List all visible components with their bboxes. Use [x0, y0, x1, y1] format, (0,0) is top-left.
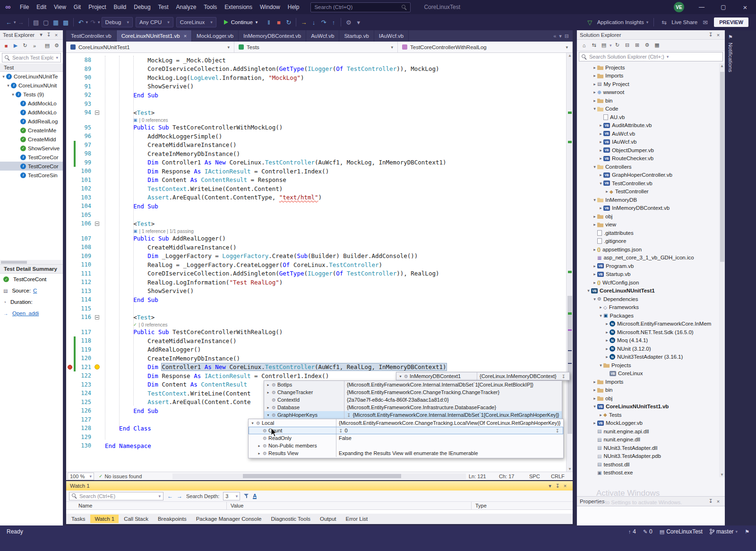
user-avatar[interactable]: VE	[674, 2, 684, 12]
editor-tab[interactable]: AuWcf.vb	[306, 30, 339, 42]
expander-icon[interactable]: ▾	[598, 363, 603, 368]
expander-icon[interactable]: ▸	[598, 413, 603, 417]
chevron-icon[interactable]: ▾	[398, 374, 403, 379]
lightbulb-icon[interactable]	[94, 364, 100, 370]
editor-hscrollbar[interactable]	[172, 474, 466, 479]
tree-item[interactable]: ▣testhost.exe	[577, 469, 719, 477]
tree-item[interactable]: ▸Imports	[577, 378, 719, 386]
tree-item[interactable]: ▾VBCoreLinuxNUnitTest1	[577, 287, 719, 295]
code-line[interactable]: 121 Dim Controller1 As New CoreLinux.Tes…	[66, 363, 573, 372]
code-line[interactable]: 103 Assert.AreEqual(Content.ContentType,…	[66, 193, 573, 202]
codelens-indicator[interactable]: ✓| 0 references	[66, 322, 573, 328]
datatip-member-row[interactable]: ▾⚙Local{Microsoft.EntityFrameworkCore.Ch…	[249, 419, 563, 427]
code-line[interactable]: 101 Dim Content As ContentResult = Respo…	[66, 176, 573, 185]
code-line[interactable]: 88 MockLog = _Mock.Object	[66, 56, 573, 65]
code-line[interactable]: 120 CreateInMemoryDbInstance()	[66, 354, 573, 363]
expander-icon[interactable]: ▾	[598, 313, 603, 318]
breadcrumb-segment[interactable]: Tests▾	[234, 42, 398, 52]
expander-icon[interactable]: ▸	[592, 387, 597, 392]
bottom-tab-watch-1[interactable]: Watch 1	[90, 515, 119, 523]
solution-explorer-vscrollbar[interactable]: ▲▼	[719, 63, 725, 477]
test-tree-item[interactable]: iAddRealLog	[0, 117, 63, 126]
test-tree-item[interactable]: ✓ShowServive	[0, 144, 63, 153]
se-pending-changes-filter-icon[interactable]	[600, 41, 608, 50]
tree-item[interactable]: ▸◆Tests	[577, 411, 719, 419]
tree-item[interactable]: .gitattributes	[577, 229, 719, 237]
watch-column-value[interactable]: Value	[227, 502, 472, 509]
code-line[interactable]: 109 Dim _LoggerFactory = LoggerFactory.C…	[66, 252, 573, 261]
menu-git[interactable]: Git	[70, 0, 85, 14]
tree-item[interactable]: ▸bin	[577, 96, 719, 105]
breakpoint-margin[interactable]	[66, 91, 74, 100]
test-explorer-hscrollbar[interactable]	[0, 260, 63, 264]
tree-item[interactable]: ▸{}WcfConfig.json	[577, 278, 719, 287]
menu-extensions[interactable]: Extensions	[221, 0, 256, 14]
breakpoint-margin[interactable]	[66, 141, 74, 150]
code-line[interactable]: 92 End Sub	[66, 91, 573, 100]
se-home-icon[interactable]	[580, 41, 588, 50]
tree-item[interactable]: ▸VBAuWcf.vb	[577, 129, 719, 138]
restart-icon[interactable]	[284, 17, 293, 27]
datatip-member-row[interactable]: ▸⚙Non-Public members	[249, 442, 563, 449]
test-explorer-search-input[interactable]: Search Test Explor	[2, 53, 61, 62]
tree-item[interactable]: ▸Imports	[577, 72, 719, 80]
breakpoint-margin[interactable]	[66, 202, 74, 211]
breakpoint-margin[interactable]	[66, 424, 74, 433]
tree-item[interactable]: ▸NMicrosoft.EntityFrameworkCore.InMem	[577, 320, 719, 328]
tree-item[interactable]: ▾Controllers	[577, 163, 719, 171]
code-line[interactable]: 96 AddMockLoggerSimple()	[66, 132, 573, 141]
menu-window[interactable]: Window	[256, 0, 284, 14]
expander-icon[interactable]: ▸	[604, 321, 610, 326]
expander-icon[interactable]: ▸	[598, 139, 603, 144]
expander-icon[interactable]: ▸	[604, 354, 610, 359]
expander-icon[interactable]: ▸	[592, 222, 597, 227]
close-icon[interactable]	[714, 32, 722, 38]
tree-item[interactable]: ▾VBTestController.vb	[577, 179, 719, 188]
breakpoint-margin[interactable]	[66, 415, 74, 424]
breakpoint-margin[interactable]	[66, 65, 74, 74]
fold-margin[interactable]	[93, 364, 101, 370]
code-line[interactable]: 107 Public Sub AddRealLogger()	[66, 234, 573, 243]
menu-test[interactable]: Test	[155, 0, 172, 14]
editor-tab[interactable]: CoreLinuxNUnitTest1.vb×	[117, 30, 192, 42]
expander-icon[interactable]: ▸	[598, 123, 603, 128]
tree-item[interactable]: ▤nunit.engine.dll	[577, 436, 719, 444]
tree-item[interactable]: ▸view	[577, 221, 719, 229]
tree-item[interactable]: ▸VBMockLogger.vb	[577, 419, 719, 428]
breakpoint-margin[interactable]	[66, 56, 74, 65]
tree-item[interactable]: ▤nunit.engine.api.dll	[577, 427, 719, 436]
configuration-dropdown[interactable]: Debug	[102, 17, 133, 27]
tree-item[interactable]: ▾InMemoryDB	[577, 196, 719, 204]
test-tree-item[interactable]: iAddMockLo	[0, 108, 63, 117]
expander-icon[interactable]: ▸	[598, 206, 603, 210]
breakpoint-margin[interactable]	[66, 354, 74, 363]
detail-link[interactable]: C	[33, 288, 37, 293]
breakpoint-margin[interactable]	[66, 328, 74, 337]
startup-project-dropdown[interactable]: CoreLinux	[176, 17, 216, 27]
expander-icon[interactable]: ▸	[592, 98, 597, 103]
tree-item[interactable]: ▸NNUnit3TestAdapter (3.16.1)	[577, 353, 719, 362]
tree-item[interactable]: ▾⚙Dependencies	[577, 295, 719, 303]
tree-item[interactable]: ▸obj	[577, 394, 719, 403]
preview-badge[interactable]: PREVIEW	[714, 17, 748, 27]
watch-column-name[interactable]: Name	[75, 502, 227, 509]
chevron-down-icon[interactable]	[610, 43, 612, 48]
bottom-tab-output[interactable]: Output	[316, 515, 341, 523]
code-line[interactable]: 108 CreateMiddlwareInstance()	[66, 243, 573, 252]
search-next-icon[interactable]: →	[177, 493, 182, 499]
application-insights-button[interactable]: Application Insights	[585, 17, 649, 27]
expander-icon[interactable]: ▾	[10, 92, 16, 97]
code-line[interactable]: 119 AddRealLogger()	[66, 345, 573, 354]
code-line[interactable]: 94 <Test>	[66, 108, 573, 117]
test-tree-item[interactable]: iAddMockLo	[0, 99, 63, 108]
expander-icon[interactable]: ▸	[604, 189, 610, 194]
breakpoint-margin[interactable]	[66, 149, 74, 158]
code-line[interactable]: 97 CreateMiddlwareInstance()	[66, 141, 573, 150]
breakpoint-margin[interactable]	[66, 269, 74, 278]
expander-icon[interactable]: ▸	[604, 330, 610, 335]
window-menu-icon[interactable]	[37, 32, 45, 38]
tree-item[interactable]: ▸NMoq (4.14.1)	[577, 336, 719, 345]
breakpoint-margin[interactable]	[66, 433, 74, 442]
tab-list-icon[interactable]: ▾	[559, 33, 562, 39]
tree-item[interactable]: ▸VBInMemoryDBContext.vb	[577, 204, 719, 213]
